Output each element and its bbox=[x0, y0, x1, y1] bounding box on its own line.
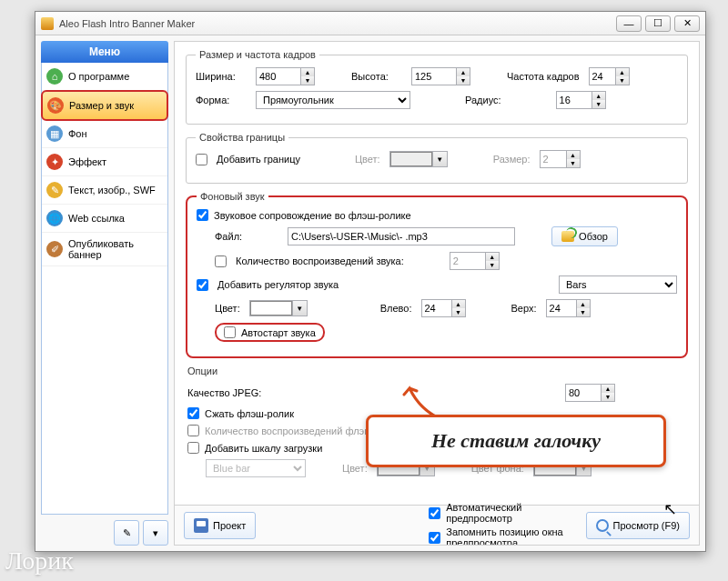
main-area: Меню ⌂ О программе 🎨 Размер и звук ▦ Фон… bbox=[35, 35, 705, 551]
group-dimensions: Размер и частота кадров Ширина: ▲▼ Высот… bbox=[186, 49, 688, 125]
sidebar-item-about[interactable]: ⌂ О программе bbox=[42, 63, 167, 91]
sidebar-item-label: Текст, изобр., SWF bbox=[68, 185, 156, 195]
brush-icon: ✐ bbox=[46, 241, 63, 257]
height-label: Высота: bbox=[351, 71, 402, 82]
palette-icon: 🎨 bbox=[47, 97, 64, 114]
watermark: Лорик bbox=[5, 546, 74, 576]
legend-border: Свойства границы bbox=[196, 132, 288, 143]
sidebar-item-web-link[interactable]: 🌐 Web ссылка bbox=[42, 205, 167, 233]
image-icon: ▦ bbox=[46, 125, 63, 142]
sidebar-item-publish[interactable]: ✐ Опубликовать баннер bbox=[42, 233, 167, 266]
left-label: Влево: bbox=[380, 303, 412, 314]
sidebar-item-label: Web ссылка bbox=[68, 213, 125, 224]
app-icon bbox=[41, 17, 54, 30]
sound-loops-checkbox[interactable] bbox=[215, 255, 227, 267]
group-sound: Фоновый звук Звуковое сопровождение во ф… bbox=[186, 191, 688, 358]
radius-spinbox[interactable]: ▲▼ bbox=[556, 91, 606, 109]
globe-icon: 🌐 bbox=[46, 210, 63, 226]
autostart-checkbox[interactable] bbox=[224, 326, 236, 338]
minimize-button[interactable]: — bbox=[616, 15, 642, 32]
scale-checkbox[interactable] bbox=[187, 442, 199, 454]
file-input[interactable] bbox=[288, 227, 515, 245]
shape-select[interactable]: Прямоугольник bbox=[256, 91, 410, 109]
width-label: Ширина: bbox=[196, 71, 247, 82]
sidebar-item-background[interactable]: ▦ Фон bbox=[42, 120, 167, 148]
auto-preview-label: Автоматический предпросмотр bbox=[446, 502, 576, 524]
sidebar-item-effect[interactable]: ✦ Эффект bbox=[42, 148, 167, 176]
group-border: Свойства границы Добавить границу Цвет: … bbox=[186, 132, 688, 184]
regulator-label: Добавить регулятор звука bbox=[217, 279, 339, 290]
jpeg-spinbox[interactable]: ▲▼ bbox=[565, 384, 615, 402]
scale-type-select: Blue bar bbox=[206, 459, 306, 477]
sidebar-item-label: Эффект bbox=[68, 156, 106, 167]
app-window: Aleo Flash Intro Banner Maker — ☐ ✕ Меню… bbox=[35, 11, 706, 552]
sidebar-item-label: О программе bbox=[68, 71, 129, 82]
compress-checkbox[interactable] bbox=[187, 407, 199, 419]
regulator-select[interactable]: Bars bbox=[559, 275, 677, 294]
sound-loops-label: Количество воспроизведений звука: bbox=[236, 255, 404, 266]
autostart-highlight: Автостарт звука bbox=[215, 323, 325, 342]
jpeg-label: Качество JPEG: bbox=[187, 387, 261, 398]
autostart-label: Автостарт звука bbox=[241, 327, 316, 338]
menu-list: ⌂ О программе 🎨 Размер и звук ▦ Фон ✦ Эф… bbox=[41, 63, 168, 515]
sidebar: Меню ⌂ О программе 🎨 Размер и звук ▦ Фон… bbox=[41, 41, 168, 546]
maximize-button[interactable]: ☐ bbox=[645, 15, 671, 32]
sidebar-item-text-img-swf[interactable]: ✎ Текст, изобр., SWF bbox=[42, 176, 167, 205]
radius-input[interactable] bbox=[556, 91, 592, 109]
fps-input[interactable] bbox=[589, 67, 616, 85]
menu-header: Меню bbox=[41, 41, 168, 63]
remember-pos-label: Запомнить позицию окна предпросмотра bbox=[446, 526, 576, 546]
auto-preview-checkbox[interactable] bbox=[429, 507, 440, 519]
floppy-icon bbox=[194, 518, 208, 533]
sound-color-picker[interactable]: ▼ bbox=[249, 300, 308, 316]
titlebar: Aleo Flash Intro Banner Maker — ☐ ✕ bbox=[35, 12, 705, 35]
left-spinbox[interactable]: ▲▼ bbox=[421, 299, 466, 317]
width-input[interactable] bbox=[256, 67, 301, 85]
sidebar-tool-brush[interactable]: ✎ bbox=[114, 520, 139, 546]
width-spinbox[interactable]: ▲▼ bbox=[256, 67, 315, 85]
spin-up[interactable]: ▲ bbox=[301, 68, 314, 76]
legend-dimensions: Размер и частота кадров bbox=[196, 49, 319, 60]
border-color-picker[interactable]: ▼ bbox=[389, 151, 448, 167]
regulator-checkbox[interactable] bbox=[197, 279, 208, 291]
border-size-label: Размер: bbox=[493, 154, 531, 165]
callout-box: Не ставим галочку bbox=[366, 415, 666, 467]
add-border-checkbox[interactable] bbox=[196, 154, 207, 165]
content-panel: Размер и частота кадров Ширина: ▲▼ Высот… bbox=[174, 41, 700, 546]
close-button[interactable]: ✕ bbox=[674, 15, 700, 32]
radius-label: Радиус: bbox=[465, 95, 501, 105]
fps-spinbox[interactable]: ▲▼ bbox=[589, 67, 630, 85]
sidebar-tool-dropdown[interactable]: ▾ bbox=[143, 520, 168, 546]
border-size-spinbox[interactable]: ▲▼ bbox=[540, 150, 581, 168]
border-color-label: Цвет: bbox=[355, 154, 380, 165]
browse-button[interactable]: Обзор bbox=[551, 226, 618, 246]
height-input[interactable] bbox=[411, 67, 457, 85]
spin-down[interactable]: ▼ bbox=[301, 76, 314, 85]
top-label: Верх: bbox=[511, 303, 537, 314]
sidebar-footer: ✎ ▾ bbox=[41, 515, 168, 546]
top-spinbox[interactable]: ▲▼ bbox=[546, 299, 591, 317]
home-icon: ⌂ bbox=[46, 68, 63, 85]
sparkle-icon: ✦ bbox=[46, 154, 63, 170]
flash-loops-checkbox[interactable] bbox=[187, 425, 199, 436]
pencil-icon: ✎ bbox=[46, 182, 63, 198]
with-sound-label: Звуковое сопровождение во флэш-ролике bbox=[214, 210, 411, 221]
legend-sound: Фоновый звук bbox=[197, 191, 268, 202]
project-button[interactable]: Проект bbox=[184, 512, 256, 539]
sound-loops-spinbox[interactable]: ▲▼ bbox=[450, 252, 500, 270]
sidebar-item-size-sound[interactable]: 🎨 Размер и звук bbox=[41, 90, 168, 121]
sidebar-item-label: Фон bbox=[68, 128, 87, 139]
height-spinbox[interactable]: ▲▼ bbox=[411, 67, 470, 85]
magnifier-icon bbox=[596, 519, 609, 532]
bottom-bar: Проект Автоматический предпросмотр Запом… bbox=[175, 505, 699, 545]
folder-icon bbox=[561, 231, 574, 242]
add-border-label: Добавить границу bbox=[217, 154, 300, 165]
scale-color-label: Цвет: bbox=[342, 463, 368, 474]
remember-pos-checkbox[interactable] bbox=[429, 532, 440, 544]
with-sound-checkbox[interactable] bbox=[197, 209, 208, 221]
fps-label: Частота кадров bbox=[507, 71, 580, 82]
sidebar-item-label: Размер и звук bbox=[69, 100, 134, 111]
scale-label: Добавить шкалу загрузки bbox=[205, 443, 322, 454]
sound-color-label: Цвет: bbox=[215, 303, 240, 314]
legend-options: Опции bbox=[187, 366, 217, 376]
